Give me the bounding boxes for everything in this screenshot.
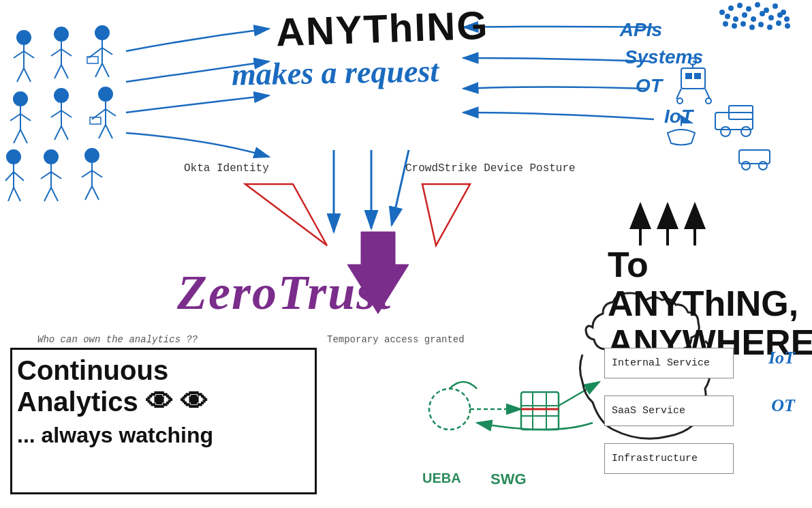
svg-point-77 (755, 3, 760, 7)
svg-rect-57 (686, 74, 691, 78)
svg-line-43 (14, 188, 20, 201)
svg-point-93 (759, 23, 763, 27)
svg-line-30 (61, 126, 68, 140)
svg-line-52 (82, 170, 92, 177)
svg-point-97 (429, 389, 470, 430)
svg-rect-70 (739, 150, 770, 164)
svg-point-95 (777, 21, 781, 25)
apis-label: APIs (620, 19, 662, 41)
svg-line-27 (51, 110, 61, 117)
svg-line-17 (95, 63, 102, 77)
services-cloud: Internal Service SaaS Service Infrastruc… (584, 334, 802, 491)
svg-line-61 (676, 89, 681, 99)
main-canvas: ANYThING makes a request APIs Systems OT… (0, 0, 812, 508)
svg-point-94 (768, 25, 772, 29)
swg-label: SWG (490, 470, 527, 488)
svg-line-29 (54, 126, 61, 140)
svg-line-55 (92, 186, 99, 200)
svg-rect-35 (90, 117, 101, 124)
svg-point-85 (760, 12, 764, 16)
svg-line-21 (10, 114, 20, 121)
crowdstrike-label: CrowdStrike Device Posture (405, 162, 576, 175)
svg-line-48 (44, 188, 51, 201)
svg-point-31 (99, 87, 112, 101)
svg-point-72 (759, 162, 767, 170)
svg-point-79 (773, 4, 777, 8)
svg-point-82 (734, 17, 738, 21)
svg-point-74 (729, 6, 733, 10)
svg-point-0 (17, 31, 31, 44)
svg-line-37 (106, 125, 112, 138)
svg-point-68 (741, 127, 751, 136)
svg-rect-66 (729, 106, 753, 119)
svg-point-75 (738, 3, 742, 8)
svg-point-71 (742, 162, 750, 170)
analytics-question: Who can own the analytics ?? (37, 334, 198, 345)
svg-line-2 (14, 51, 24, 58)
svg-point-92 (750, 25, 754, 29)
temp-access-label: Temporary access granted (327, 334, 465, 345)
svg-point-38 (7, 150, 20, 164)
svg-point-6 (54, 27, 68, 41)
svg-line-54 (85, 186, 92, 200)
svg-point-96 (785, 24, 790, 28)
svg-point-91 (741, 22, 745, 26)
svg-line-23 (14, 130, 20, 143)
cloud-iot-label: IoT (768, 348, 795, 368)
svg-point-63 (677, 98, 683, 104)
svg-point-78 (764, 8, 768, 12)
svg-point-87 (778, 13, 782, 17)
svg-line-36 (99, 125, 106, 138)
svg-rect-56 (681, 68, 705, 89)
anything-heading: ANYThING (275, 2, 490, 55)
iot-label: IoT (664, 106, 693, 128)
svg-point-25 (54, 89, 68, 102)
svg-line-47 (51, 172, 61, 179)
svg-line-49 (51, 188, 58, 201)
svg-point-86 (769, 16, 773, 20)
svg-line-3 (24, 51, 34, 58)
svg-point-73 (720, 10, 724, 14)
svg-line-34 (106, 109, 116, 116)
svg-point-81 (725, 14, 730, 18)
svg-line-46 (41, 172, 51, 179)
svg-point-12 (95, 26, 109, 40)
svg-point-88 (785, 17, 789, 21)
svg-line-40 (5, 172, 14, 181)
infrastructure-box: Infrastructure (604, 443, 734, 474)
svg-point-84 (751, 17, 755, 21)
continuous-analytics-text: ContinuousAnalytics 👁 👁... always watchi… (17, 355, 310, 449)
svg-line-42 (8, 188, 14, 201)
svg-line-24 (20, 130, 27, 143)
svg-point-83 (743, 13, 747, 17)
makes-request-text: makes a request (232, 53, 439, 92)
svg-line-22 (20, 114, 31, 121)
zero-trust-text: ZeroTrust (177, 265, 392, 321)
svg-line-18 (102, 63, 109, 77)
svg-point-80 (781, 10, 785, 14)
saas-service-box: SaaS Service (604, 395, 734, 426)
svg-line-11 (61, 65, 68, 78)
svg-line-62 (705, 89, 710, 99)
svg-rect-16 (87, 57, 98, 63)
svg-point-89 (723, 22, 728, 26)
ueba-label: UEBA (422, 470, 461, 486)
svg-line-4 (17, 68, 24, 82)
svg-line-33 (92, 109, 106, 119)
svg-point-19 (14, 92, 27, 106)
svg-line-9 (61, 49, 72, 56)
svg-line-28 (61, 110, 72, 117)
svg-line-10 (54, 65, 61, 78)
svg-line-41 (14, 172, 24, 181)
internal-service-box: Internal Service (604, 348, 734, 378)
svg-point-44 (44, 150, 58, 164)
svg-line-15 (102, 48, 112, 55)
svg-point-50 (85, 149, 99, 162)
svg-line-5 (24, 68, 31, 82)
okta-label: Okta Identity (184, 162, 269, 175)
cloud-ot-label: OT (771, 395, 795, 416)
svg-point-64 (706, 98, 711, 104)
svg-line-53 (92, 170, 102, 177)
systems-label: Systems (625, 46, 703, 68)
svg-line-8 (51, 49, 61, 56)
